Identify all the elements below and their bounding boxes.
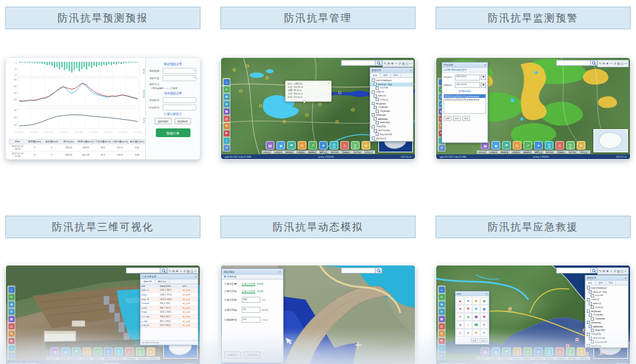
checkbox-icon[interactable] (589, 337, 592, 340)
close-icon[interactable]: ✕ (485, 293, 487, 295)
overview-minimap[interactable] (593, 129, 628, 152)
dock-item-0[interactable]: ▤ (481, 347, 489, 356)
model-row[interactable]: 护坡工程970.9, 930.4定位查看 (141, 323, 198, 328)
palette-symbol-15[interactable]: ✈ (480, 321, 488, 329)
model-select[interactable] (162, 68, 196, 74)
result-listbox[interactable]: 2013-04-10至2013-04-17全省旱情监测成果2013-04-01至… (444, 94, 486, 114)
left-tool-icon-9[interactable]: ↺ (439, 145, 445, 151)
left-tool-icon-1[interactable]: ✛ (439, 294, 445, 300)
toolbar-icon-5[interactable]: ▤ (617, 62, 621, 65)
toolbar-icon-5[interactable]: ▤ (402, 62, 406, 65)
checkbox-icon[interactable] (376, 110, 379, 113)
palette-symbol-3[interactable]: ◆ (480, 297, 488, 305)
close-icon[interactable]: ✕ (410, 69, 412, 72)
panel-tab-0[interactable]: 模型列表 (141, 279, 155, 283)
locate-link[interactable]: 定位查看 (182, 301, 198, 305)
toolbar-icon-3[interactable]: ✂ (610, 62, 613, 65)
checkbox-icon[interactable] (591, 329, 594, 332)
model-row[interactable]: 溢洪道1008.2, 975.6定位查看 (141, 293, 198, 297)
dock-item-6[interactable]: ▒ (115, 347, 123, 356)
dock-item-3[interactable]: ⊙ (298, 141, 306, 150)
left-tool-icon-4[interactable]: ▦ (224, 108, 230, 114)
layer-tree-item[interactable]: 避险安置点 (585, 344, 628, 347)
result-button-1[interactable]: 模拟预报 (174, 118, 191, 124)
dock-item-8[interactable]: ∑ (566, 141, 575, 150)
calendar-icon[interactable]: ▦ (481, 75, 486, 80)
plotting-palette[interactable]: 标绘✕▲●■◆★⚑✚◉▼◈⬟✖➤⌂☎✈⚠♦❖✳确定取消 (455, 291, 489, 345)
left-tool-icon-8[interactable]: i (9, 345, 15, 351)
left-tool-icon-1[interactable]: ✛ (224, 87, 230, 92)
left-tool-icon-1[interactable]: ✛ (9, 294, 15, 300)
date-input-1[interactable]: 2013-04-30 (455, 82, 480, 88)
checkbox-icon[interactable] (591, 294, 594, 297)
left-tool-icon-7[interactable]: ⚑ (9, 338, 15, 344)
left-tool-icon-3[interactable]: ⊖ (439, 309, 445, 315)
dock-item-4[interactable]: ↗ (523, 141, 532, 150)
palette-symbol-12[interactable]: ➤ (456, 321, 464, 329)
checkbox-icon[interactable] (372, 79, 375, 82)
left-tool-icon-9[interactable]: ↺ (224, 145, 230, 151)
search-input[interactable] (126, 268, 160, 273)
search-input[interactable] (556, 60, 591, 66)
manage-screenshot[interactable]: ✕站名: 大隆水库水位: 102.35 m汛限: 98.50 m入库: 356 … (220, 57, 416, 160)
toolbar-icon-3[interactable]: ✂ (180, 270, 183, 273)
search-button[interactable] (591, 60, 597, 66)
left-tool-icon-8[interactable]: i (439, 345, 445, 351)
toolbar-icon-7[interactable]: ↩ (194, 270, 198, 273)
result-button-0[interactable]: 实时预报 (155, 118, 171, 124)
palette-symbol-6[interactable]: ✚ (472, 305, 480, 313)
palette-symbol-18[interactable]: ❖ (472, 329, 480, 337)
dock-item-9[interactable]: ✳ (362, 141, 370, 150)
search-button[interactable] (376, 268, 382, 273)
locate-link[interactable]: 定位查看 (182, 293, 198, 297)
checkbox-icon[interactable] (372, 113, 375, 116)
dock-item-1[interactable]: ◈ (491, 347, 500, 356)
toolbar-icon-5[interactable]: ▤ (187, 270, 190, 273)
toolbar-icon-6[interactable]: ◫ (621, 270, 624, 273)
left-tool-icon-7[interactable]: ⚑ (224, 130, 230, 136)
dock-item-9[interactable]: ✳ (577, 141, 585, 150)
checkbox-icon[interactable] (589, 325, 592, 328)
left-tool-icon-0[interactable]: ⌂ (9, 287, 15, 293)
rescue-marker[interactable]: 安置点 (565, 344, 570, 349)
checkbox-icon[interactable] (589, 302, 592, 305)
checkbox-icon[interactable] (376, 87, 379, 90)
left-tool-icon-5[interactable]: ◎ (439, 323, 445, 329)
checkbox-icon[interactable] (372, 102, 375, 105)
toolbar-icon-6[interactable]: ◫ (621, 62, 624, 65)
toolbar-icon-0[interactable]: ✎ (599, 62, 602, 65)
checkbox-icon[interactable] (591, 340, 594, 343)
toolbar-icon-0[interactable]: ✎ (384, 62, 387, 65)
layer-tab-2[interactable]: 资源 (606, 281, 616, 285)
dialog-button-2[interactable]: 设置 (462, 116, 470, 121)
breach-sim-dialog[interactable]: 模拟编辑− ✕溃坝仿真1.溃口位置:左键点击拾取已拾取2.溃口方向:左键点击拾取… (221, 268, 284, 363)
toolbar-icon-4[interactable]: ↺ (398, 62, 402, 65)
dock-item-7[interactable]: ⚠ (125, 347, 134, 356)
search-input[interactable] (341, 60, 376, 66)
dialog-button-0[interactable]: 图例 (444, 116, 452, 121)
left-tool-icon-5[interactable]: ◎ (224, 116, 230, 122)
palette-button-0[interactable]: 确定 (471, 338, 479, 343)
result-item-0[interactable]: 2013-04-10至2013-04-17全省旱情监测成果 (444, 94, 485, 98)
checkbox-icon[interactable] (587, 286, 590, 289)
toolbar-icon-2[interactable]: ✚ (391, 62, 394, 65)
left-tool-icon-6[interactable]: ✎ (9, 331, 15, 337)
left-tool-icon-8[interactable]: i (224, 138, 230, 144)
table-row[interactable]: 2017-07-12 16:0040358.42598.2526.5612.40… (9, 144, 146, 152)
toolbar-icon-2[interactable]: ✚ (606, 62, 609, 65)
locate-link[interactable]: 定位查看 (182, 311, 198, 315)
dock-item-2[interactable]: ☂ (502, 347, 511, 356)
pick-link[interactable]: 左键点击拾取 (242, 290, 255, 293)
dock-item-7[interactable]: ⚠ (555, 141, 564, 150)
checkbox-icon[interactable] (376, 98, 379, 101)
toolbar-icon-7[interactable]: ↩ (625, 270, 628, 273)
layer-tree-panel[interactable]: 图层管理✕图层图例资源综合信息服务图层防汛抗旱一张图水系分布水库工程堤防工程水闸… (370, 67, 414, 142)
model-row[interactable]: 拦污栅985.1, 936.8定位查看 (141, 319, 198, 324)
dock-item-9[interactable]: ✳ (147, 347, 155, 356)
palette-symbol-14[interactable]: ☎ (472, 321, 480, 329)
toolbar-icon-4[interactable]: ↺ (183, 270, 186, 273)
param-input[interactable]: 10 (242, 307, 260, 313)
palette-symbol-1[interactable]: ● (464, 297, 472, 305)
checkbox-icon[interactable] (587, 321, 590, 324)
toolbar-icon-5[interactable]: ▤ (617, 270, 621, 273)
